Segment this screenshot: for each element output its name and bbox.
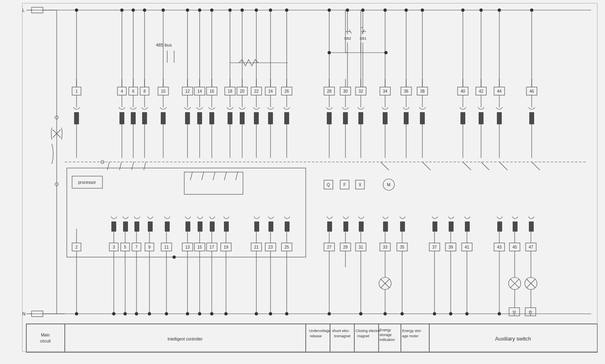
terminal-28-top: 28 (327, 89, 332, 94)
svg-point-340 (112, 312, 115, 315)
svg-rect-127 (420, 112, 425, 124)
terminal-23-bottom: 23 (268, 245, 273, 249)
svg-rect-115 (284, 112, 289, 124)
svg-rect-254 (327, 221, 332, 232)
svg-point-341 (124, 312, 127, 315)
main-circuit-label-line2: circuit (40, 339, 51, 343)
svg-point-347 (210, 312, 213, 315)
svg-rect-256 (359, 221, 364, 232)
terminal-42-top: 42 (479, 89, 484, 94)
svg-point-302 (210, 9, 213, 12)
svg-point-353 (359, 312, 362, 315)
svg-rect-123 (383, 112, 388, 124)
terminal-47-bottom: 47 (528, 245, 533, 249)
svg-rect-107 (228, 112, 232, 124)
terminal-39-bottom: 39 (448, 245, 453, 249)
svg-rect-93 (119, 112, 124, 124)
X-label: X (359, 183, 362, 187)
terminal-37-bottom: 37 (432, 245, 437, 249)
intelligent-controller-label: Intelligent controller (168, 337, 203, 341)
svg-point-346 (198, 312, 201, 315)
svg-rect-121 (358, 112, 363, 124)
F-label: F (343, 183, 346, 187)
svg-rect-251 (254, 221, 259, 232)
svg-rect-105 (209, 112, 214, 124)
terminal-21-bottom: 21 (254, 245, 259, 249)
energy-indication-label-line2: storage (379, 333, 392, 337)
svg-point-309 (346, 9, 349, 12)
svg-rect-99 (161, 112, 166, 124)
terminal-22-top: 22 (254, 89, 259, 94)
svg-rect-109 (240, 112, 245, 124)
terminal-18-top: 18 (228, 89, 232, 94)
svg-point-343 (148, 312, 151, 315)
terminal-27-bottom: 27 (327, 245, 332, 249)
svg-rect-249 (210, 221, 215, 232)
svg-point-320 (384, 51, 388, 54)
svg-rect-243 (123, 221, 128, 232)
terminal-14-top: 14 (197, 89, 202, 94)
svg-rect-261 (465, 221, 470, 232)
L-label: L (22, 8, 25, 13)
undervoltage-label-line2: release (310, 334, 322, 338)
terminal-17-bottom: 17 (209, 245, 214, 249)
svg-point-299 (162, 9, 165, 12)
svg-rect-244 (134, 221, 139, 232)
svg-point-351 (285, 312, 288, 315)
M-label: M (387, 183, 390, 187)
svg-rect-248 (198, 221, 202, 232)
svg-point-303 (228, 9, 232, 12)
svg-point-352 (328, 312, 331, 315)
svg-point-339 (75, 312, 78, 315)
svg-rect-97 (142, 112, 147, 124)
svg-rect-103 (197, 112, 202, 124)
energy-motor-label-line2: age motor (402, 334, 419, 338)
Q-label: Q (327, 183, 330, 187)
terminal-32-top: 32 (358, 89, 363, 94)
closing-label-line2: magnet (357, 334, 370, 338)
he-label: 合 (528, 310, 533, 314)
terminal-29-bottom: 29 (343, 245, 348, 249)
terminal-45-bottom: 45 (512, 245, 517, 249)
terminal-30-top: 30 (343, 89, 348, 94)
terminal-6-top: 6 (132, 89, 134, 94)
svg-point-310 (361, 9, 364, 12)
svg-rect-131 (479, 112, 484, 124)
terminal-31-bottom: 31 (358, 245, 363, 249)
svg-rect-113 (268, 112, 273, 124)
terminal-26-top: 26 (284, 89, 289, 94)
svg-point-315 (479, 9, 483, 12)
auxiliary-switch-label: Auxiliary switch (495, 336, 531, 342)
svg-point-355 (400, 312, 404, 315)
terminal-33-bottom: 33 (383, 245, 388, 249)
terminal-43-bottom: 43 (497, 245, 502, 249)
svg-point-350 (269, 312, 272, 315)
svg-point-305 (255, 9, 258, 12)
terminal-11-bottom: 11 (164, 245, 169, 249)
svg-point-298 (143, 9, 146, 12)
terminal-1-top: 1 (75, 89, 78, 94)
svg-rect-242 (111, 221, 116, 232)
svg-rect-101 (185, 112, 190, 124)
svg-rect-259 (432, 221, 437, 232)
svg-point-314 (461, 9, 464, 12)
terminal-9-bottom: 9 (148, 245, 151, 249)
svg-point-356 (433, 312, 436, 315)
terminal-5-bottom: 5 (124, 245, 126, 249)
svg-point-295 (75, 9, 78, 12)
svg-point-297 (132, 9, 135, 12)
svg-rect-245 (148, 221, 153, 232)
shunt-label-line1: shunt elec- (332, 329, 350, 333)
shunt-label-line2: tromagnet (334, 334, 351, 338)
svg-point-348 (224, 312, 228, 315)
terminal-13-bottom: 13 (185, 245, 190, 249)
terminal-15-bottom: 15 (197, 245, 202, 249)
svg-rect-129 (460, 112, 465, 124)
terminal-38-top: 38 (420, 89, 425, 94)
svg-rect-246 (165, 221, 170, 232)
svg-rect-257 (383, 221, 388, 232)
svg-rect-117 (327, 112, 332, 124)
svg-point-349 (255, 312, 258, 315)
N-label: N (22, 311, 26, 316)
svg-point-359 (498, 312, 501, 315)
